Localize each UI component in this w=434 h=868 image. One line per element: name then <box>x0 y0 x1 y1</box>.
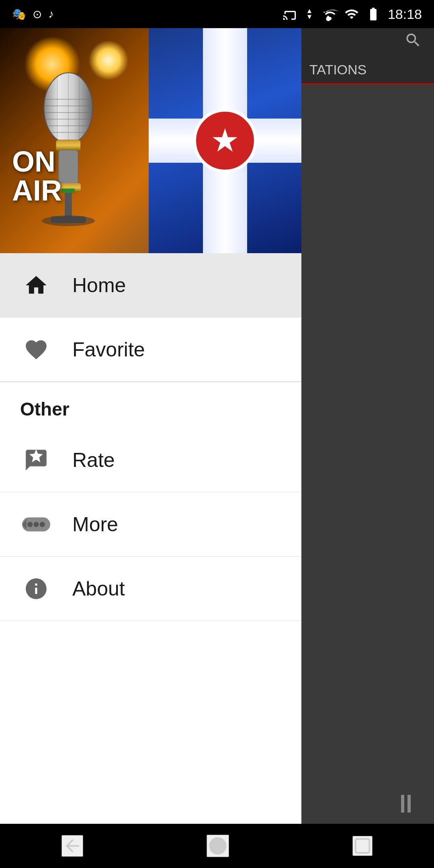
right-panel: TATIONS ⏸ <box>301 28 434 868</box>
search-icon[interactable] <box>404 31 422 49</box>
status-bar: 🎭 ⊙ ♪ 18:18 <box>0 0 434 28</box>
signal-icon <box>344 6 359 22</box>
svg-rect-15 <box>62 188 75 193</box>
right-panel-top <box>301 28 434 52</box>
arrow-up-icon <box>303 6 315 22</box>
svg-rect-17 <box>51 217 86 223</box>
recent-icon <box>353 837 372 855</box>
heart-icon <box>24 337 49 362</box>
other-section-header: Other <box>0 382 301 428</box>
other-title: Other <box>20 399 70 420</box>
pause-button[interactable]: ⏸ <box>382 788 430 820</box>
about-label: About <box>72 577 125 600</box>
status-icons-left: 🎭 ⊙ ♪ <box>12 8 54 21</box>
battery-icon <box>364 6 382 22</box>
home-icon <box>24 273 49 298</box>
flag-circle: ★ <box>193 108 257 173</box>
nav-items-container: Home Favorite Other Rate <box>0 253 301 621</box>
bottom-navigation-bar <box>0 824 434 868</box>
svg-point-23 <box>209 837 226 854</box>
home-label: Home <box>72 274 126 297</box>
navigation-drawer: ON AIR ★ Home <box>0 28 301 868</box>
back-icon <box>62 836 82 856</box>
rate-icon-container <box>20 444 52 476</box>
music-icon: ♪ <box>48 8 54 20</box>
nav-item-home[interactable]: Home <box>0 253 301 317</box>
svg-rect-14 <box>65 191 72 218</box>
info-icon <box>24 576 49 601</box>
svg-point-20 <box>33 522 39 527</box>
flag-star: ★ <box>211 125 240 157</box>
svg-point-0 <box>328 17 332 20</box>
home-icon-container <box>20 269 52 301</box>
recent-apps-button[interactable] <box>352 836 373 856</box>
more-icon <box>22 512 50 537</box>
more-label: More <box>72 513 118 536</box>
rate-icon <box>24 448 49 473</box>
more-icon-container <box>20 508 52 540</box>
wifi-icon <box>321 6 339 22</box>
svg-point-19 <box>27 522 33 527</box>
favorite-label: Favorite <box>72 338 145 361</box>
info-icon-container <box>20 573 52 605</box>
home-circle-icon <box>207 835 228 856</box>
app-icon: 🎭 <box>12 8 26 21</box>
home-button[interactable] <box>207 835 229 857</box>
nav-item-about[interactable]: About <box>0 557 301 621</box>
back-button[interactable] <box>61 835 83 857</box>
drawer-header-image: ON AIR ★ <box>0 28 301 253</box>
on-air-text: ON AIR <box>12 147 62 205</box>
status-time: 18:18 <box>388 6 422 22</box>
nav-item-more[interactable]: More <box>0 492 301 557</box>
cast-icon <box>283 6 298 22</box>
nav-item-rate[interactable]: Rate <box>0 428 301 492</box>
status-icons-right: 18:18 <box>283 6 422 22</box>
heart-icon-container <box>20 334 52 366</box>
nav-item-favorite[interactable]: Favorite <box>0 317 301 382</box>
flag-image: ★ <box>149 28 301 253</box>
right-panel-tabs: TATIONS <box>301 52 434 84</box>
pause-icon: ⏸ <box>393 789 419 819</box>
svg-point-21 <box>40 522 45 527</box>
rate-label: Rate <box>72 448 115 472</box>
camera-icon: ⊙ <box>33 8 42 21</box>
svg-rect-24 <box>355 839 369 853</box>
tab-stations-label: TATIONS <box>309 62 366 83</box>
